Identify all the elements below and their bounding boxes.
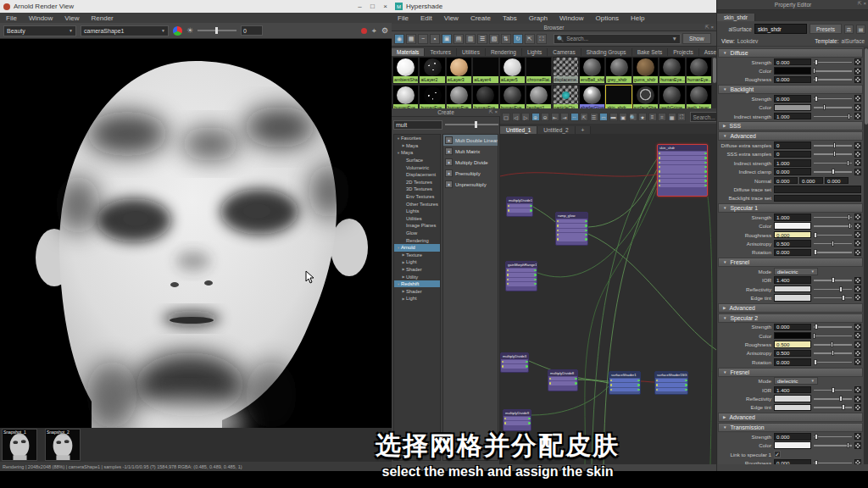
attr-slider[interactable] <box>814 276 852 284</box>
view-value[interactable]: Lookdev <box>737 38 759 44</box>
add-tab-button[interactable]: + <box>576 126 592 134</box>
attr-value-field[interactable]: 1.000 <box>774 214 811 221</box>
tree-item-lights[interactable]: Lights <box>394 208 440 215</box>
graph-node-skin_shdr[interactable]: skin_shdr <box>657 144 708 197</box>
texture-map-icon[interactable] <box>854 68 861 75</box>
output-port-icon[interactable] <box>530 209 532 212</box>
new-tab-icon[interactable]: ▢ <box>502 113 510 121</box>
texture-map-icon[interactable] <box>854 286 861 292</box>
attr-text-field[interactable] <box>774 195 861 202</box>
browser-panel-header[interactable]: Browser⇱ × <box>392 24 716 31</box>
input-port-icon[interactable] <box>610 389 613 391</box>
material-swatch-chromeFlat[interactable]: chromeFlat... <box>526 57 552 84</box>
attr-slider[interactable] <box>814 103 852 111</box>
color-swatch[interactable] <box>774 395 811 402</box>
graph-node-surfaceShader1[interactable]: surfaceShader1 <box>609 371 641 395</box>
material-swatch-envBallshdr[interactable]: envBall_shdr <box>579 57 605 84</box>
attr-value-field[interactable]: 0.000 <box>774 231 811 239</box>
section-header-sss[interactable]: ▶SSS <box>718 121 863 130</box>
output-port-icon[interactable] <box>637 389 640 391</box>
tree-item-light[interactable]: ▶Light <box>394 295 440 302</box>
attr-slider[interactable] <box>814 150 852 158</box>
input-port-icon[interactable] <box>549 378 552 380</box>
connected-view-icon[interactable]: ▬ <box>609 113 618 121</box>
output-port-icon[interactable] <box>534 269 537 272</box>
input-port-icon[interactable] <box>659 157 661 159</box>
tab-materials[interactable]: Materials <box>392 48 425 56</box>
input-port-icon[interactable] <box>502 361 504 363</box>
menu-view[interactable]: View <box>438 14 465 23</box>
swatch-medium-icon[interactable]: ▤ <box>453 34 464 44</box>
texture-map-icon[interactable] <box>854 169 861 175</box>
texture-map-icon[interactable] <box>854 142 861 149</box>
menu-help[interactable]: Help <box>625 14 650 23</box>
tree-item-other-textures[interactable]: Other Textures <box>394 200 440 208</box>
channel-rgb-icon[interactable] <box>173 26 182 36</box>
output-port-icon[interactable] <box>575 378 577 380</box>
input-port-icon[interactable] <box>508 209 510 212</box>
graph-node-ramp_glow[interactable]: ramp_glow <box>555 212 588 246</box>
attr-vector-field[interactable]: 0.000 <box>774 177 798 185</box>
attr-slider[interactable] <box>814 395 852 402</box>
output-port-icon[interactable] <box>704 185 707 187</box>
attr-slider[interactable] <box>814 332 852 340</box>
attr-value-field[interactable]: 0.500 <box>774 341 811 348</box>
grid-icon[interactable]: ▦ <box>668 113 676 121</box>
material-swatch-gumsshdr[interactable]: gums_shdr <box>632 57 659 84</box>
material-swatch-humanEye[interactable]: humanEye... <box>659 57 685 84</box>
align-icon[interactable]: ≡ <box>648 113 657 121</box>
swatch-small-icon[interactable]: ▥ <box>465 34 476 44</box>
section-header-specular-2[interactable]: ▼Specular 2 <box>718 313 863 323</box>
tree-item-favorites[interactable]: ▼Favorites <box>394 135 440 142</box>
bookmark-icon[interactable]: ★ <box>638 113 647 121</box>
graph-node-gainMorphRange1[interactable]: gainMorphRange1 <box>505 261 537 291</box>
attr-slider[interactable] <box>814 214 852 221</box>
slider-handle[interactable] <box>849 223 852 229</box>
tree-item-shader[interactable]: ▶Shader <box>394 287 440 295</box>
all-connections-icon[interactable]: ⇔ <box>570 113 579 121</box>
attr-vector-field[interactable]: 0.000 <box>799 177 823 185</box>
output-port-icon[interactable] <box>534 283 537 286</box>
input-port-icon[interactable] <box>656 384 659 386</box>
input-port-icon[interactable] <box>610 384 613 386</box>
section-header-fresnel[interactable]: ▼Fresnel <box>718 258 863 267</box>
texture-map-icon[interactable] <box>854 249 861 256</box>
settings-gear-icon[interactable]: ⚙ <box>381 26 388 35</box>
attr-value-field[interactable]: 0.000 <box>774 168 811 175</box>
attr-value-field[interactable]: 0.500 <box>774 240 811 247</box>
slider-handle[interactable] <box>815 76 818 82</box>
attr-value-field[interactable]: 1.000 <box>774 159 811 167</box>
node-graph-canvas[interactable]: skin_shdrmultiplyDivide10ramp_glowgainMo… <box>500 134 716 464</box>
output-port-icon[interactable] <box>704 180 707 182</box>
input-port-icon[interactable] <box>659 185 661 187</box>
color-swatch[interactable] <box>774 222 811 230</box>
property-editor-header[interactable]: Property Editor⇱ × <box>717 0 868 10</box>
attr-text-field[interactable] <box>774 186 861 193</box>
menu-window[interactable]: Window <box>23 14 58 23</box>
create-panel-header[interactable]: Create⇱ × <box>392 108 500 117</box>
node-editor-search-input[interactable]: Search... <box>690 112 719 122</box>
snapshot-thumbnail[interactable]: Snapshot_2 <box>45 429 81 461</box>
notes-icon[interactable]: ▤ <box>856 25 865 34</box>
output-connections-icon[interactable]: ⇥ <box>560 113 569 121</box>
attr-slider[interactable] <box>814 386 852 394</box>
texture-map-icon[interactable] <box>854 231 861 238</box>
attr-value-field[interactable]: 1.400 <box>774 276 811 284</box>
output-port-icon[interactable] <box>528 418 531 420</box>
texture-map-icon[interactable] <box>854 332 861 339</box>
attr-dropdown[interactable]: dielectric▼ <box>774 268 818 275</box>
swatch-large-icon[interactable]: ▣ <box>442 34 452 44</box>
attr-value-field[interactable]: 1.000 <box>774 113 811 120</box>
tree-item-env-textures[interactable]: Env Textures <box>394 193 440 201</box>
texture-map-icon[interactable] <box>854 358 861 365</box>
color-swatch[interactable] <box>774 104 811 112</box>
input-port-icon[interactable] <box>656 380 659 382</box>
input-port-icon[interactable] <box>507 283 509 286</box>
output-port-icon[interactable] <box>534 274 537 276</box>
menu-edit[interactable]: Edit <box>415 14 438 23</box>
attr-slider[interactable] <box>814 95 852 103</box>
attr-slider[interactable] <box>814 67 852 75</box>
menu-tabs[interactable]: Tabs <box>497 14 523 23</box>
output-port-icon[interactable] <box>530 205 532 208</box>
texture-map-icon[interactable] <box>854 324 861 330</box>
